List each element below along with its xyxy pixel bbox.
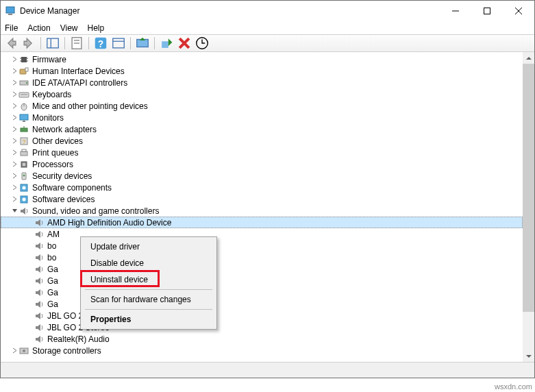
tree-label: AM bbox=[47, 230, 60, 239]
tree-item[interactable]: Monitors bbox=[1, 112, 523, 123]
scroll-down-icon[interactable] bbox=[523, 350, 534, 362]
tree-label: Storage controllers bbox=[32, 346, 101, 356]
tree-item[interactable]: Keyboards bbox=[1, 88, 523, 100]
tree-item[interactable]: AMD High Definition Audio Device bbox=[1, 217, 523, 228]
menu-help[interactable]: Help bbox=[88, 23, 105, 33]
uninstall-device-button[interactable] bbox=[177, 36, 192, 51]
chevron-right-icon[interactable] bbox=[10, 161, 18, 167]
storage-icon bbox=[18, 345, 29, 356]
menu-file[interactable]: File bbox=[5, 23, 18, 33]
svg-rect-15 bbox=[137, 40, 149, 47]
ctx-scan-hardware[interactable]: Scan for hardware changes bbox=[82, 291, 215, 308]
chevron-right-icon[interactable] bbox=[10, 114, 18, 121]
scan-hardware-button[interactable] bbox=[195, 36, 210, 51]
tree-item[interactable]: Software devices bbox=[1, 193, 523, 205]
svg-rect-6 bbox=[47, 38, 59, 48]
sound-icon bbox=[34, 322, 45, 333]
tree-item[interactable]: JBL GO 2 Stereo bbox=[1, 321, 523, 333]
ctx-separator bbox=[85, 289, 212, 290]
tree-label: Ga bbox=[47, 299, 58, 309]
chip-icon bbox=[18, 54, 29, 65]
ctx-update-driver[interactable]: Update driver bbox=[82, 238, 215, 255]
tree-item[interactable]: ? Other devices bbox=[1, 135, 523, 147]
menu-action[interactable]: Action bbox=[27, 23, 50, 33]
tree-item[interactable]: bo bbox=[1, 252, 523, 263]
chevron-right-icon[interactable] bbox=[10, 126, 18, 132]
properties-button[interactable] bbox=[69, 36, 84, 51]
chevron-right-icon[interactable] bbox=[10, 173, 18, 179]
scroll-thumb[interactable] bbox=[523, 64, 534, 312]
update-driver-button[interactable] bbox=[135, 36, 150, 51]
show-hide-tree-button[interactable] bbox=[45, 36, 60, 51]
svg-rect-31 bbox=[20, 114, 28, 120]
toolbar: ? bbox=[1, 34, 534, 52]
close-button[interactable] bbox=[503, 1, 534, 21]
tree-item[interactable]: Ga bbox=[1, 298, 523, 310]
svg-rect-13 bbox=[113, 38, 125, 48]
tree-label: Realtek(R) Audio bbox=[47, 334, 110, 344]
tree-label: Sound, video and game controllers bbox=[32, 206, 159, 216]
scroll-up-icon[interactable] bbox=[523, 52, 534, 64]
tree-label: Software devices bbox=[32, 195, 95, 204]
svg-point-48 bbox=[23, 350, 25, 352]
tree-item[interactable]: bo bbox=[1, 240, 523, 252]
tree-label: Ga bbox=[47, 276, 58, 286]
ide-icon bbox=[18, 77, 29, 88]
svg-rect-24 bbox=[25, 68, 28, 71]
watermark: wsxdn.com bbox=[495, 382, 532, 391]
tree-item[interactable]: Sound, video and game controllers bbox=[1, 205, 523, 217]
mouse-icon bbox=[18, 101, 29, 112]
tree-item[interactable]: Realtek(R) Audio bbox=[1, 333, 523, 345]
enable-device-button[interactable] bbox=[159, 36, 174, 51]
tree-item[interactable]: Ga bbox=[1, 263, 523, 275]
tree-label: Network adapters bbox=[32, 125, 97, 134]
tree-item[interactable]: JBL GO 2 Hands-Free AG Audio bbox=[1, 310, 523, 321]
tree-item[interactable]: Network adapters bbox=[1, 123, 523, 135]
tree-item[interactable]: AM bbox=[1, 228, 523, 240]
menu-view[interactable]: View bbox=[60, 23, 78, 33]
chevron-right-icon[interactable] bbox=[10, 196, 18, 202]
chevron-right-icon[interactable] bbox=[10, 149, 18, 156]
other-icon: ? bbox=[18, 136, 29, 147]
chevron-right-icon[interactable] bbox=[10, 184, 18, 191]
tree-item[interactable]: Ga bbox=[1, 286, 523, 298]
tree-item[interactable]: Storage controllers bbox=[1, 345, 523, 356]
minimize-button[interactable] bbox=[440, 1, 471, 21]
chevron-right-icon[interactable] bbox=[10, 68, 18, 74]
statusbar bbox=[1, 363, 534, 378]
tree-item[interactable]: Ga bbox=[1, 275, 523, 286]
ctx-disable-device[interactable]: Disable device bbox=[82, 255, 215, 271]
forward-button[interactable] bbox=[21, 36, 36, 51]
net-icon bbox=[18, 124, 29, 135]
chevron-down-icon[interactable] bbox=[10, 208, 18, 214]
tree-item[interactable]: Processors bbox=[1, 158, 523, 170]
tree-item[interactable]: IDE ATA/ATAPI controllers bbox=[1, 77, 523, 88]
svg-point-46 bbox=[23, 197, 26, 201]
scrollbar[interactable] bbox=[523, 52, 534, 362]
tree-item[interactable]: Print queues bbox=[1, 147, 523, 158]
tree-item[interactable]: Software components bbox=[1, 182, 523, 193]
chevron-right-icon[interactable] bbox=[10, 91, 18, 97]
tree-label: Keyboards bbox=[32, 90, 71, 99]
tree-item[interactable]: Security devices bbox=[1, 170, 523, 182]
help-button[interactable]: ? bbox=[93, 36, 108, 51]
chevron-right-icon[interactable] bbox=[10, 103, 18, 109]
titlebar: Device Manager bbox=[1, 1, 534, 21]
device-tree[interactable]: Firmware Human Interface Devices IDE ATA… bbox=[1, 52, 523, 362]
chevron-right-icon[interactable] bbox=[10, 347, 18, 354]
ctx-uninstall-device[interactable]: Uninstall device bbox=[82, 271, 215, 288]
ctx-separator bbox=[85, 309, 212, 310]
chevron-right-icon[interactable] bbox=[10, 138, 18, 144]
tree-item[interactable]: Firmware bbox=[1, 53, 523, 65]
tree-item[interactable]: Human Interface Devices bbox=[1, 65, 523, 77]
cpu-icon bbox=[18, 159, 29, 170]
action-button[interactable] bbox=[111, 36, 126, 51]
chevron-right-icon[interactable] bbox=[10, 79, 18, 86]
sound-icon bbox=[34, 310, 45, 321]
maximize-button[interactable] bbox=[471, 1, 503, 21]
chevron-right-icon[interactable] bbox=[10, 56, 18, 62]
back-button[interactable] bbox=[3, 36, 18, 51]
tree-item[interactable]: Mice and other pointing devices bbox=[1, 100, 523, 112]
ctx-properties[interactable]: Properties bbox=[82, 311, 215, 328]
svg-rect-33 bbox=[21, 128, 27, 132]
